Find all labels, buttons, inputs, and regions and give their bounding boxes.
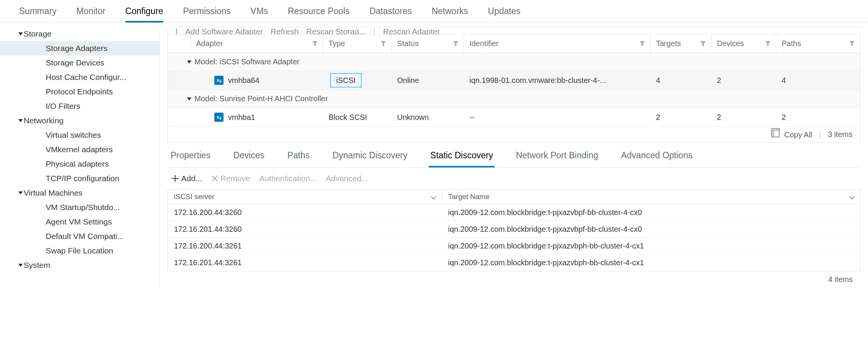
sidebar-item-host-cache[interactable]: Host Cache Configur... xyxy=(0,70,160,84)
sidebar-group-label: System xyxy=(24,261,50,270)
filter-icon[interactable] xyxy=(453,41,458,46)
iscsi-server: 172.16.200.44:3261 xyxy=(168,238,442,254)
disc-row[interactable]: 172.16.201.44:3261 iqn.2009-12.com.block… xyxy=(168,255,860,271)
sub-tab-port-binding[interactable]: Network Port Binding xyxy=(514,145,600,167)
tab-datastores[interactable]: Datastores xyxy=(369,6,412,22)
top-tab-bar: Summary Monitor Configure Permissions VM… xyxy=(0,0,868,23)
rescan-storage-button[interactable]: Rescan Storag... xyxy=(306,27,365,35)
chevron-down-icon xyxy=(18,191,23,194)
adapter-status: Unknown xyxy=(392,108,464,126)
tab-permissions[interactable]: Permissions xyxy=(183,6,231,22)
col-identifier[interactable]: Identifier xyxy=(464,35,651,53)
add-button[interactable]: Add... xyxy=(171,174,202,183)
adapter-devices: 2 xyxy=(712,72,776,89)
sidebar-item-tcpip[interactable]: TCP/IP configuration xyxy=(0,171,160,186)
main-panel: | Add Software Adapter Refresh Rescan St… xyxy=(160,23,868,288)
col-label: Devices xyxy=(717,39,744,48)
col-targets[interactable]: Targets xyxy=(651,35,712,53)
static-discovery-table: iSCSI server Target Name 172.16.200.44:3… xyxy=(168,189,860,271)
chevron-down-icon xyxy=(187,97,191,100)
group-label: Model: iSCSI Software Adapter xyxy=(195,57,300,66)
disc-row[interactable]: 172.16.200.44:3260 iqn.2009-12.com.block… xyxy=(168,204,860,221)
adapter-row-vmhba1[interactable]: ⇆ vmhba1 Block SCSI Unknown -- 2 2 2 xyxy=(168,108,860,127)
rescan-adapter-button[interactable]: Rescan Adapter xyxy=(383,27,440,35)
adapter-group-ahci[interactable]: Model: Sunrise Point-H AHCI Controller xyxy=(168,90,860,108)
authentication-button[interactable]: Authentication... xyxy=(259,174,317,183)
filter-icon[interactable] xyxy=(700,41,706,46)
adapter-group-iscsi[interactable]: Model: iSCSI Software Adapter xyxy=(168,53,860,71)
filter-icon[interactable] xyxy=(312,41,318,46)
tab-resource-pools[interactable]: Resource Pools xyxy=(288,6,349,22)
tab-summary[interactable]: Summary xyxy=(19,6,56,22)
col-label: Identifier xyxy=(469,39,499,48)
adapter-row-vmhba64[interactable]: ⇆ vmhba64 iSCSI Online iqn.1998-01.com.v… xyxy=(168,71,860,90)
col-iscsi-server[interactable]: iSCSI server xyxy=(168,190,442,204)
tab-updates[interactable]: Updates xyxy=(488,6,521,22)
disc-row[interactable]: 172.16.201.44:3260 iqn.2009-12.com.block… xyxy=(168,221,860,238)
col-devices[interactable]: Devices xyxy=(712,35,776,53)
sidebar-item-physical-adapters[interactable]: Physical adapters xyxy=(0,157,160,171)
adapter-table-header: Adapter Type Status Identifier Targets xyxy=(168,35,860,53)
sidebar-group-storage[interactable]: Storage xyxy=(0,27,160,41)
sub-tab-static-discovery[interactable]: Static Discovery xyxy=(429,145,495,167)
header-checkbox-col xyxy=(168,35,191,53)
adapter-devices: 2 xyxy=(712,108,776,126)
sub-tab-advanced-options[interactable]: Advanced Options xyxy=(619,145,694,167)
plus-icon xyxy=(171,175,179,182)
filter-icon[interactable] xyxy=(765,41,771,46)
tab-vms[interactable]: VMs xyxy=(251,6,268,22)
sidebar-item-storage-adapters[interactable]: Storage Adapters xyxy=(0,41,160,56)
tab-configure[interactable]: Configure xyxy=(125,6,163,22)
filter-icon[interactable] xyxy=(640,41,645,46)
target-name: iqn.2009-12.com.blockbridge:t-pjxazvbpf-… xyxy=(442,221,860,237)
sidebar-item-protocol-endpoints[interactable]: Protocol Endpoints xyxy=(0,84,160,99)
disc-row[interactable]: 172.16.200.44:3261 iqn.2009-12.com.block… xyxy=(168,238,860,255)
tab-monitor[interactable]: Monitor xyxy=(76,6,105,22)
adapter-type: iSCSI xyxy=(330,73,362,88)
adapter-name: vmhba1 xyxy=(228,113,255,122)
sidebar-group-system[interactable]: System xyxy=(0,258,160,272)
filter-icon[interactable] xyxy=(849,41,855,46)
sidebar-group-label: Virtual Machines xyxy=(24,188,83,197)
col-label: Status xyxy=(397,39,419,48)
refresh-button[interactable]: Refresh xyxy=(271,27,299,35)
x-icon xyxy=(211,175,218,182)
col-type[interactable]: Type xyxy=(323,35,392,53)
sidebar-item-virtual-switches[interactable]: Virtual switches xyxy=(0,128,160,142)
sidebar-item-swap-file[interactable]: Swap File Location xyxy=(0,244,160,258)
chevron-down-icon[interactable] xyxy=(849,194,855,199)
adapter-identifier: -- xyxy=(464,108,651,126)
sub-tab-dynamic-discovery[interactable]: Dynamic Discovery xyxy=(331,145,409,167)
add-software-adapter-button[interactable]: Add Software Adapter xyxy=(185,27,263,35)
tab-networks[interactable]: Networks xyxy=(432,6,468,22)
sidebar-group-virtual-machines[interactable]: Virtual Machines xyxy=(0,186,160,200)
advanced-button[interactable]: Advanced... xyxy=(326,174,368,183)
sidebar-group-label: Networking xyxy=(24,116,64,125)
sidebar-group-networking[interactable]: Networking xyxy=(0,113,160,128)
sidebar-item-vmkernel-adapters[interactable]: VMkernel adapters xyxy=(0,142,160,157)
sidebar-item-agent-vm[interactable]: Agent VM Settings xyxy=(0,215,160,229)
sub-tab-properties[interactable]: Properties xyxy=(169,145,212,167)
sidebar-item-default-compat[interactable]: Default VM Compati... xyxy=(0,229,160,244)
chevron-down-icon[interactable] xyxy=(431,194,436,199)
col-paths[interactable]: Paths xyxy=(776,35,860,53)
sidebar-item-vm-startup[interactable]: VM Startup/Shutdo... xyxy=(0,200,160,215)
copy-all-button[interactable]: Copy All xyxy=(773,130,812,139)
col-status[interactable]: Status xyxy=(392,35,464,53)
filter-icon[interactable] xyxy=(381,41,386,46)
adapter-type: Block SCSI xyxy=(323,108,392,126)
sub-tab-paths[interactable]: Paths xyxy=(286,145,311,167)
adapter-detail-tabs: Properties Devices Paths Dynamic Discove… xyxy=(168,145,860,168)
col-label: Paths xyxy=(782,39,801,48)
adapter-paths: 4 xyxy=(776,72,860,89)
col-adapter[interactable]: Adapter xyxy=(191,35,323,53)
sidebar-item-storage-devices[interactable]: Storage Devices xyxy=(0,56,160,70)
sidebar-item-io-filters[interactable]: I/O Filters xyxy=(0,99,160,113)
col-target-name[interactable]: Target Name xyxy=(442,190,860,204)
adapter-targets: 2 xyxy=(651,108,712,126)
adapter-icon: ⇆ xyxy=(214,113,223,122)
iscsi-server: 172.16.201.44:3260 xyxy=(168,221,442,237)
adapter-identifier: iqn.1998-01.com.vmware:bb-cluster-4-... xyxy=(464,72,651,89)
sub-tab-devices[interactable]: Devices xyxy=(232,145,266,167)
remove-button[interactable]: Remove xyxy=(211,174,250,183)
